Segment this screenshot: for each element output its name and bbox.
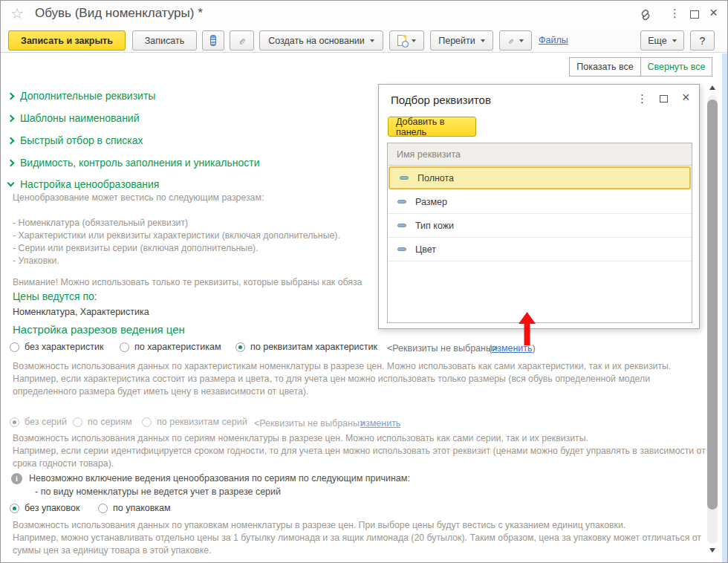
row-label: Тип кожи [415, 221, 454, 231]
window-maximize-icon[interactable] [690, 10, 699, 19]
column-header-label: Имя реквизита [397, 149, 461, 160]
paperclip-icon [238, 34, 246, 48]
radio-no-characteristics[interactable]: без характеристик [10, 342, 103, 352]
paperclip-icon [507, 35, 514, 47]
more-button[interactable]: Еще [640, 30, 684, 51]
radio-circle [142, 417, 152, 427]
series-description-1: Возможность использования данных по сери… [13, 432, 708, 445]
dropdown-caret-icon [672, 39, 677, 42]
radio-by-packages[interactable]: по упаковкам [98, 503, 171, 513]
attribute-marker-icon [397, 247, 406, 251]
radio-label: без характеристик [25, 342, 103, 352]
table-header[interactable]: Имя реквизита [388, 143, 692, 166]
series-info-line-1: Невозможно включение ведения ценообразов… [29, 473, 410, 484]
chevron-right-icon [7, 92, 15, 100]
scrollbar-up-arrow[interactable] [709, 85, 715, 90]
chevron-right-icon [7, 159, 15, 166]
table-row-tip-kozhi[interactable]: Тип кожи [388, 214, 692, 238]
characteristics-description: Возможность использования данных по хара… [13, 360, 708, 398]
series-info-line-2: - по виду номенклатуры не ведется учет в… [35, 486, 281, 497]
scrollbar-down-arrow[interactable] [709, 548, 715, 553]
radio-circle [10, 417, 19, 427]
section-label: Настройка ценообразования [20, 178, 159, 190]
attributes-table: Имя реквизита Полнота Размер Тип кожи Цв… [387, 143, 692, 323]
red-annotation-arrow-icon [518, 312, 536, 345]
create-based-on-button[interactable]: Создать на основании [259, 30, 383, 51]
pricing-warning-text: Внимание! Можно использовать только те р… [13, 276, 378, 289]
dialog-close-icon[interactable]: × [682, 90, 690, 105]
form-toolbar: Записать и закрыть Записать Создать на о… [1, 29, 727, 53]
radio-circle [10, 342, 19, 352]
table-row-razmer[interactable]: Размер [388, 190, 692, 214]
table-row-polnota[interactable]: Полнота [389, 166, 691, 189]
radio-label: по сериям [88, 417, 132, 427]
radio-circle [73, 417, 82, 427]
table-row-tsvet[interactable]: Цвет [388, 238, 692, 261]
show-all-button[interactable]: Показать все [569, 57, 641, 77]
add-to-panel-button[interactable]: Добавить в панель [388, 117, 476, 137]
attribute-marker-icon [400, 176, 409, 180]
radio-label: по характеристикам [134, 342, 221, 352]
row-label: Цвет [415, 244, 436, 255]
window-close-icon[interactable]: × [709, 4, 718, 21]
attach-dropdown-button[interactable] [499, 30, 532, 51]
radio-circle [98, 504, 108, 513]
attribute-marker-icon [397, 224, 406, 227]
page-title: Обувь (Вид номенклатуры) * [35, 6, 203, 21]
packages-description: Возможность использования данных по упак… [13, 519, 708, 557]
radio-by-characteristic-attributes[interactable]: по реквизитам характеристик [235, 342, 377, 352]
characteristics-description-1: Возможность использования данных по хара… [13, 360, 708, 373]
save-button[interactable]: Записать [132, 30, 197, 51]
section-name-templates[interactable]: Шаблоны наименований [8, 112, 140, 124]
series-change-link[interactable]: изменить [360, 418, 400, 429]
radio-no-packages[interactable]: без упаковок [10, 503, 79, 513]
dialog-title: Подбор реквизитов [391, 94, 491, 106]
prices-by-title: Цены ведутся по: [13, 290, 97, 302]
list-view-button[interactable] [202, 30, 224, 51]
dropdown-caret-icon [412, 39, 416, 42]
chevron-down-icon [7, 180, 15, 187]
dropdown-caret-icon [519, 39, 524, 42]
section-visibility-control[interactable]: Видимость, контроль заполнения и уникаль… [8, 157, 260, 169]
window-menu-icon[interactable]: ⋮ [669, 7, 680, 20]
dialog-maximize-icon[interactable] [660, 95, 668, 102]
save-label: Записать [145, 36, 184, 46]
radio-by-characteristics[interactable]: по характеристикам [120, 342, 221, 352]
attribute-picker-dialog: Подбор реквизитов ⋮ × Добавить в панель … [378, 84, 700, 329]
section-pricing-settings[interactable]: Настройка ценообразования [8, 178, 159, 190]
create-based-on-label: Создать на основании [268, 36, 365, 46]
characteristics-description-2: Например, если характеристика состоит из… [13, 373, 708, 398]
attachments-button[interactable] [230, 30, 254, 51]
prices-by-value: Номенклатура, Характеристика [13, 307, 149, 317]
radio-no-series: без серий [10, 417, 67, 427]
radio-label: по реквизитам серий [157, 417, 247, 427]
list-bars-icon [210, 35, 216, 46]
go-to-button[interactable]: Перейти [430, 30, 493, 51]
series-description: Возможность использования данных по сери… [13, 432, 708, 470]
radio-circle [10, 504, 19, 513]
section-additional-attributes[interactable]: Дополнительные реквизиты [8, 90, 155, 102]
go-to-label: Перейти [438, 36, 475, 46]
show-all-label: Показать все [576, 62, 633, 72]
favorite-star-icon[interactable]: ☆ [10, 4, 24, 22]
save-and-close-label: Записать и закрыть [21, 36, 113, 46]
characteristics-note: <Реквизиты не выбраны> [387, 343, 498, 354]
section-label: Шаблоны наименований [20, 112, 140, 124]
dialog-menu-icon[interactable]: ⋮ [637, 92, 648, 105]
more-label: Еще [648, 36, 666, 46]
section-quick-filter[interactable]: Быстрый отбор в списках [8, 134, 143, 146]
scrollbar-thumb[interactable] [707, 100, 718, 510]
collapse-all-button[interactable]: Свернуть все [640, 57, 712, 77]
section-label: Быстрый отбор в списках [20, 134, 143, 146]
radio-label: по упаковкам [113, 503, 171, 513]
help-button[interactable]: ? [690, 30, 715, 51]
app-window: ☆ Обувь (Вид номенклатуры) * ⋮ × Записат… [0, 0, 728, 563]
document-clock-icon [397, 35, 406, 46]
add-to-panel-label: Добавить в панель [396, 117, 468, 137]
save-and-close-button[interactable]: Записать и закрыть [8, 30, 126, 51]
packages-description-1: Возможность использования данных по упак… [13, 519, 708, 532]
copy-link-icon[interactable] [638, 8, 653, 25]
files-link[interactable]: Файлы [539, 35, 568, 45]
reminder-button[interactable] [389, 30, 424, 51]
radio-by-series: по сериям [73, 417, 132, 427]
